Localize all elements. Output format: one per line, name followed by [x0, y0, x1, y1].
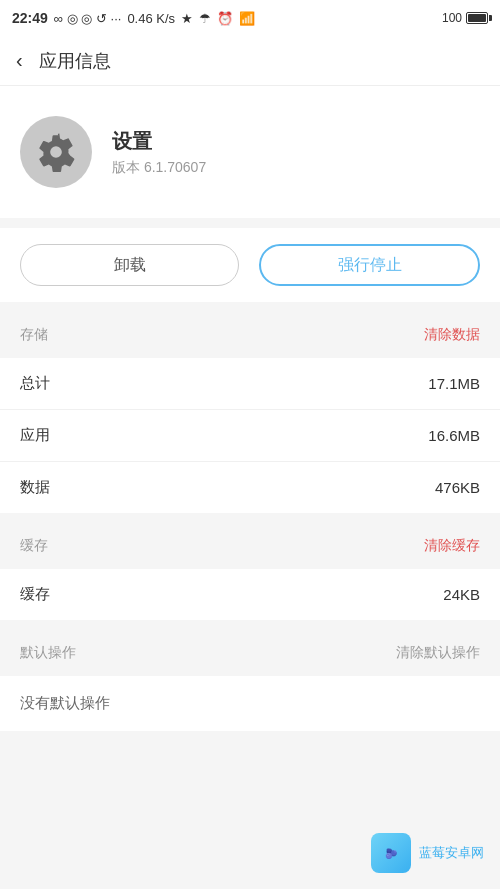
storage-app-value: 16.6MB	[428, 427, 480, 444]
clear-default-button[interactable]: 清除默认操作	[396, 644, 480, 662]
storage-app-label: 应用	[20, 426, 50, 445]
wifi-icon: 📶	[239, 11, 255, 26]
status-time: 22:49	[12, 10, 48, 26]
app-version: 版本 6.1.70607	[112, 159, 206, 177]
status-bar: 22:49 ∞ ◎ ◎ ↺ ··· 0.46 K/s ★ ☂ ⏰ 📶 100	[0, 0, 500, 36]
cache-title: 缓存	[20, 537, 48, 555]
cache-value-row: 缓存 24KB	[0, 569, 500, 620]
default-ops-title: 默认操作	[20, 644, 76, 662]
app-details: 设置 版本 6.1.70607	[112, 128, 206, 177]
cache-value: 24KB	[443, 586, 480, 603]
cache-section: 缓存 清除缓存 缓存 24KB	[0, 523, 500, 620]
storage-header: 存储 清除数据	[0, 312, 500, 358]
action-buttons: 卸载 强行停止	[0, 228, 500, 302]
watermark-icon: 🫐	[371, 833, 411, 873]
battery-percent: 100	[442, 11, 462, 25]
storage-title: 存储	[20, 326, 48, 344]
status-right: 100	[442, 11, 488, 25]
bluetooth-icon: ★	[181, 11, 193, 26]
app-name: 设置	[112, 128, 206, 155]
no-default-text: 没有默认操作	[20, 694, 110, 711]
no-default-row: 没有默认操作	[0, 676, 500, 731]
cache-header: 缓存 清除缓存	[0, 523, 500, 569]
default-ops-header: 默认操作 清除默认操作	[0, 630, 500, 676]
storage-app-row: 应用 16.6MB	[0, 410, 500, 462]
force-stop-button[interactable]: 强行停止	[259, 244, 480, 286]
alarm-icon: ⏰	[217, 11, 233, 26]
storage-section: 存储 清除数据 总计 17.1MB 应用 16.6MB 数据 476KB	[0, 312, 500, 513]
storage-data-label: 数据	[20, 478, 50, 497]
watermark: 🫐 蓝莓安卓网	[371, 833, 484, 873]
storage-data-value: 476KB	[435, 479, 480, 496]
storage-total-value: 17.1MB	[428, 375, 480, 392]
top-nav: ‹ 应用信息	[0, 36, 500, 86]
speed-indicator: 0.46 K/s	[127, 11, 175, 26]
battery-icon	[466, 12, 488, 24]
status-left: 22:49 ∞ ◎ ◎ ↺ ··· 0.46 K/s ★ ☂ ⏰ 📶	[12, 10, 255, 26]
cache-label: 缓存	[20, 585, 50, 604]
uninstall-button[interactable]: 卸载	[20, 244, 239, 286]
status-icons: ∞ ◎ ◎ ↺ ···	[54, 11, 122, 26]
app-info-header: 设置 版本 6.1.70607	[0, 86, 500, 218]
signal-icon: ☂	[199, 11, 211, 26]
back-button[interactable]: ‹	[16, 49, 23, 72]
storage-total-row: 总计 17.1MB	[0, 358, 500, 410]
storage-data-row: 数据 476KB	[0, 462, 500, 513]
clear-data-button[interactable]: 清除数据	[424, 326, 480, 344]
storage-total-label: 总计	[20, 374, 50, 393]
battery-fill	[468, 14, 486, 22]
clear-cache-button[interactable]: 清除缓存	[424, 537, 480, 555]
watermark-text: 蓝莓安卓网	[419, 844, 484, 862]
page-title: 应用信息	[39, 49, 111, 73]
default-ops-section: 默认操作 清除默认操作 没有默认操作	[0, 630, 500, 731]
gear-icon	[36, 132, 76, 172]
app-icon	[20, 116, 92, 188]
